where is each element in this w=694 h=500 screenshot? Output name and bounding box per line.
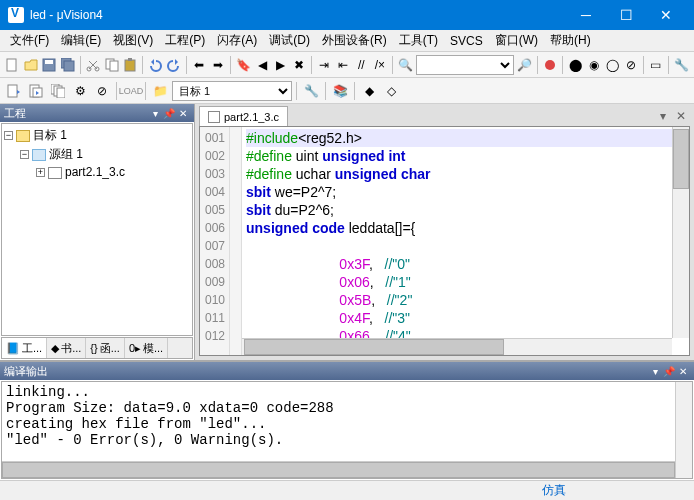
output-panel-header: 编译输出 ▾ 📌 ✕ <box>0 362 694 380</box>
insert-bp-icon[interactable]: ◉ <box>585 55 602 75</box>
menu-tools[interactable]: 工具(T) <box>393 30 444 51</box>
output-pin-icon[interactable]: 📌 <box>662 364 676 378</box>
vertical-scrollbar[interactable] <box>672 127 689 338</box>
horizontal-scrollbar[interactable] <box>242 338 672 355</box>
manage-components-icon[interactable]: ◆ <box>359 81 379 101</box>
copy-icon[interactable] <box>103 55 120 75</box>
marker-gutter <box>230 127 242 355</box>
bookmark-next-icon[interactable]: ▶ <box>272 55 289 75</box>
enable-bp-icon[interactable]: ◯ <box>604 55 621 75</box>
find-combo[interactable] <box>416 55 514 75</box>
nav-back-icon[interactable]: ⬅ <box>191 55 208 75</box>
tab-functions[interactable]: {}函... <box>86 338 125 358</box>
uncomment-icon[interactable]: /× <box>372 55 389 75</box>
editor-panel: part2.1_3.c ▾ ✕ 001002003004005006007008… <box>195 104 694 360</box>
project-panel: 工程 ▾ 📌 ✕ −目标 1 −源组 1 +part2.1_3.c 📘工... … <box>0 104 195 360</box>
save-all-icon[interactable] <box>60 55 77 75</box>
menu-help[interactable]: 帮助(H) <box>544 30 597 51</box>
new-file-icon[interactable] <box>4 55 21 75</box>
tab-dropdown-icon[interactable]: ▾ <box>654 106 672 126</box>
close-button[interactable]: ✕ <box>646 0 686 30</box>
save-icon[interactable] <box>41 55 58 75</box>
target-select[interactable]: 目标 1 <box>172 81 292 101</box>
menu-file[interactable]: 文件(F) <box>4 30 55 51</box>
options-icon[interactable]: 🔧 <box>301 81 321 101</box>
toolbar-main: ⬅ ➡ 🔖 ◀ ▶ ✖ ⇥ ⇤ // /× 🔍 🔎 ⬤ ◉ ◯ ⊘ ▭ 🔧 <box>0 52 694 78</box>
tree-target[interactable]: −目标 1 <box>4 126 190 145</box>
output-panel-title: 编译输出 <box>4 364 648 379</box>
svg-rect-4 <box>64 61 74 71</box>
build-output-panel: 编译输出 ▾ 📌 ✕ linking... Program Size: data… <box>0 360 694 480</box>
find-in-files-icon[interactable]: 🔎 <box>516 55 533 75</box>
menu-peripherals[interactable]: 外围设备(R) <box>316 30 393 51</box>
panel-dropdown-icon[interactable]: ▾ <box>148 106 162 120</box>
output-dropdown-icon[interactable]: ▾ <box>648 364 662 378</box>
bookmark-clear-icon[interactable]: ✖ <box>291 55 308 75</box>
tab-books[interactable]: ◆书... <box>47 338 86 358</box>
find-icon[interactable]: 🔍 <box>397 55 414 75</box>
rebuild-icon[interactable] <box>48 81 68 101</box>
cut-icon[interactable] <box>85 55 102 75</box>
output-vscroll[interactable] <box>675 382 692 478</box>
nav-fwd-icon[interactable]: ➡ <box>209 55 226 75</box>
minimize-button[interactable]: ─ <box>566 0 606 30</box>
panel-close-icon[interactable]: ✕ <box>176 106 190 120</box>
maximize-button[interactable]: ☐ <box>606 0 646 30</box>
tree-group[interactable]: −源组 1 <box>4 145 190 164</box>
manage-books-icon[interactable]: 📚 <box>330 81 350 101</box>
stop-build-icon[interactable]: ⊘ <box>92 81 112 101</box>
outdent-icon[interactable]: ⇤ <box>335 55 352 75</box>
comment-icon[interactable]: // <box>353 55 370 75</box>
output-hscroll[interactable] <box>2 461 675 478</box>
kill-bp-icon[interactable]: ⊘ <box>622 55 639 75</box>
menu-project[interactable]: 工程(P) <box>159 30 211 51</box>
line-gutter: 001002003004005006007008009010011012 <box>200 127 230 355</box>
batch-build-icon[interactable]: ⚙ <box>70 81 90 101</box>
toolbar-build: ⚙ ⊘ LOAD 📁 目标 1 🔧 📚 ◆ ◇ <box>0 78 694 104</box>
svg-rect-2 <box>45 60 53 64</box>
build-icon[interactable] <box>26 81 46 101</box>
undo-icon[interactable] <box>147 55 164 75</box>
menu-window[interactable]: 窗口(W) <box>489 30 544 51</box>
status-simulate[interactable]: 仿真 <box>534 482 574 499</box>
select-packs-icon[interactable]: ◇ <box>381 81 401 101</box>
bookmark-prev-icon[interactable]: ◀ <box>254 55 271 75</box>
tab-templates[interactable]: 0▸模... <box>125 338 168 358</box>
code-area[interactable]: #include<reg52.h>#define uint unsigned i… <box>242 127 689 355</box>
tree-file[interactable]: +part2.1_3.c <box>4 164 190 180</box>
file-icon <box>208 111 220 123</box>
output-text[interactable]: linking... Program Size: data=9.0 xdata=… <box>1 381 693 479</box>
debug-icon[interactable] <box>542 55 559 75</box>
project-panel-header: 工程 ▾ 📌 ✕ <box>0 104 194 122</box>
tab-project[interactable]: 📘工... <box>2 338 47 358</box>
file-tab-active[interactable]: part2.1_3.c <box>199 106 288 126</box>
svg-rect-12 <box>8 85 17 97</box>
menu-svcs[interactable]: SVCS <box>444 32 489 50</box>
output-close-icon[interactable]: ✕ <box>676 364 690 378</box>
menu-view[interactable]: 视图(V) <box>107 30 159 51</box>
menu-flash[interactable]: 闪存(A) <box>211 30 263 51</box>
panel-pin-icon[interactable]: 📌 <box>162 106 176 120</box>
svg-rect-17 <box>57 88 65 98</box>
breakpoint-icon[interactable]: ⬤ <box>567 55 584 75</box>
paste-icon[interactable] <box>122 55 139 75</box>
config-icon[interactable]: 🔧 <box>673 55 690 75</box>
status-bar: 仿真 <box>0 480 694 500</box>
redo-icon[interactable] <box>166 55 183 75</box>
tab-close-icon[interactable]: ✕ <box>672 106 690 126</box>
indent-icon[interactable]: ⇥ <box>316 55 333 75</box>
project-panel-title: 工程 <box>4 106 148 121</box>
menu-debug[interactable]: 调试(D) <box>263 30 316 51</box>
open-file-icon[interactable] <box>23 55 40 75</box>
title-bar: led - μVision4 ─ ☐ ✕ <box>0 0 694 30</box>
translate-icon[interactable] <box>4 81 24 101</box>
download-icon[interactable]: LOAD <box>121 81 141 101</box>
bookmark-icon[interactable]: 🔖 <box>235 55 252 75</box>
menu-edit[interactable]: 编辑(E) <box>55 30 107 51</box>
file-tabs: part2.1_3.c ▾ ✕ <box>195 104 694 126</box>
code-editor[interactable]: 001002003004005006007008009010011012 #in… <box>199 126 690 356</box>
project-tree[interactable]: −目标 1 −源组 1 +part2.1_3.c <box>1 123 193 336</box>
window-icon[interactable]: ▭ <box>648 55 665 75</box>
target-options-icon[interactable]: 📁 <box>150 81 170 101</box>
svg-rect-10 <box>128 58 132 61</box>
